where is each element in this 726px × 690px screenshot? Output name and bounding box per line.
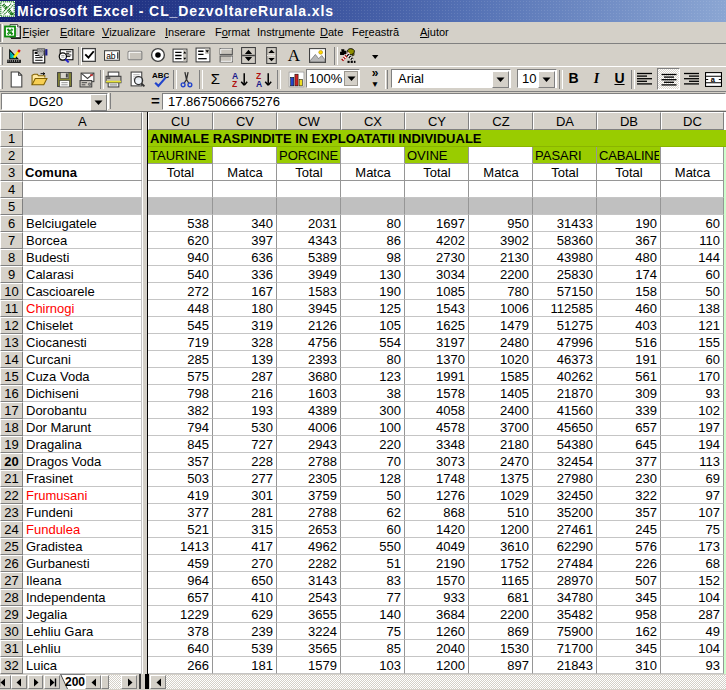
svg-text:Z: Z xyxy=(232,79,237,88)
svg-text:A: A xyxy=(256,79,262,88)
svg-text:ab: ab xyxy=(106,51,116,61)
svg-text:ABC: ABC xyxy=(152,71,169,80)
